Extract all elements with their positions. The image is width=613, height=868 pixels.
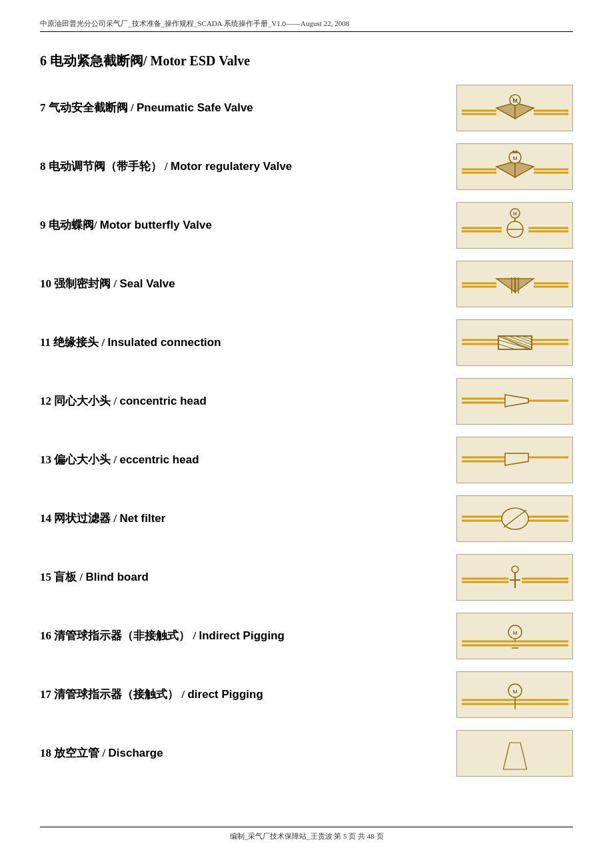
page-footer: 编制_采气厂技术保障站_王贵波 第 5 页 共 48 页 bbox=[40, 827, 573, 848]
symbol-10 bbox=[456, 261, 573, 307]
svg-marker-14 bbox=[496, 161, 515, 177]
svg-point-72 bbox=[512, 566, 518, 573]
page-container: 中原油田普光分公司采气厂_技术准备_操作规程_SCADA 系统操作手册_V1.0… bbox=[0, 0, 613, 868]
symbol-7: M bbox=[456, 85, 573, 131]
symbol-14 bbox=[456, 495, 573, 542]
direct-pigging-icon: M bbox=[462, 676, 568, 713]
item-row-9: 9 电动蝶阀/ Motor butterfly Valve M bbox=[40, 202, 573, 249]
svg-text:M: M bbox=[513, 211, 517, 216]
item-15-label: 15 盲板 / Blind board bbox=[40, 569, 450, 585]
indirect-pigging-icon: M bbox=[462, 617, 568, 655]
svg-marker-36 bbox=[515, 279, 534, 292]
item-11-label: 11 绝缘接头 / Insulated connection bbox=[40, 335, 450, 351]
item-8-label: 8 电动调节阀（带手轮） / Motor regulatery Valve bbox=[40, 159, 450, 175]
svg-text:M: M bbox=[512, 689, 517, 695]
symbol-12 bbox=[456, 378, 573, 425]
blind-board-icon bbox=[462, 559, 568, 596]
symbol-11 bbox=[456, 319, 573, 366]
item-row-17: 17 清管球指示器（接触式） / direct Pigging M bbox=[40, 671, 573, 718]
item-row-8: 8 电动调节阀（带手轮） / Motor regulatery Valve M bbox=[40, 143, 573, 190]
symbol-18 bbox=[456, 730, 573, 777]
item-6-title: 6 电动紧急截断阀/ Motor ESD Valve bbox=[40, 52, 573, 70]
insulated-connection-icon bbox=[462, 324, 568, 361]
svg-marker-15 bbox=[515, 161, 534, 177]
symbol-17: M bbox=[456, 671, 573, 718]
svg-marker-57 bbox=[505, 395, 528, 407]
eccentric-head-icon bbox=[462, 441, 568, 479]
symbol-8: M bbox=[456, 143, 573, 190]
item-row-18: 18 放空立管 / Discharge bbox=[40, 730, 573, 777]
item-row-7: 7 气动安全截断阀 / Pneumatic Safe Valve M bbox=[40, 85, 573, 131]
symbol-15 bbox=[456, 554, 573, 601]
item-row-12: 12 同心大小头 / concentric head bbox=[40, 378, 573, 425]
item-10-label: 10 强制密封阀 / Seal Valve bbox=[40, 276, 450, 292]
item-row-15: 15 盲板 / Blind board bbox=[40, 554, 573, 601]
item-12-label: 12 同心大小头 / concentric head bbox=[40, 393, 450, 409]
concentric-head-icon bbox=[462, 383, 568, 420]
svg-marker-35 bbox=[496, 279, 515, 292]
footer-text: 编制_采气厂技术保障站_王贵波 第 5 页 共 48 页 bbox=[230, 832, 384, 840]
discharge-icon bbox=[462, 735, 568, 772]
net-filter-icon bbox=[462, 500, 568, 537]
item-row-14: 14 网状过滤器 / Net filter bbox=[40, 495, 573, 542]
item-row-16: 16 清管球指示器（非接触式） / Indirect Pigging M bbox=[40, 613, 573, 659]
item-17-label: 17 清管球指示器（接触式） / direct Pigging bbox=[40, 687, 450, 703]
seal-valve-icon bbox=[462, 265, 568, 303]
item-13-label: 13 偏心大小头 / eccentric head bbox=[40, 452, 450, 468]
item-7-label: 7 气动安全截断阀 / Pneumatic Safe Valve bbox=[40, 100, 450, 116]
svg-marker-86 bbox=[503, 743, 526, 769]
symbol-16: M bbox=[456, 613, 573, 659]
item-14-label: 14 网状过滤器 / Net filter bbox=[40, 511, 450, 527]
svg-text:M: M bbox=[512, 155, 517, 161]
symbol-13 bbox=[456, 437, 573, 483]
svg-marker-61 bbox=[505, 453, 528, 465]
motor-reg-valve-icon: M bbox=[462, 148, 568, 185]
page-header: 中原油田普光分公司采气厂_技术准备_操作规程_SCADA 系统操作手册_V1.0… bbox=[40, 0, 573, 32]
item-18-label: 18 放空立管 / Discharge bbox=[40, 745, 450, 761]
item-9-label: 9 电动蝶阀/ Motor butterfly Valve bbox=[40, 217, 450, 233]
item-row-11: 11 绝缘接头 / Insulated connection bbox=[40, 319, 573, 366]
pneumatic-safe-valve-icon: M bbox=[462, 89, 568, 127]
header-text: 中原油田普光分公司采气厂_技术准备_操作规程_SCADA 系统操作手册_V1.0… bbox=[40, 19, 349, 27]
item-row-13: 13 偏心大小头 / eccentric head bbox=[40, 437, 573, 483]
motor-butterfly-valve-icon: M bbox=[462, 207, 568, 244]
symbol-9: M bbox=[456, 202, 573, 249]
svg-text:M: M bbox=[512, 630, 517, 636]
item-row-10: 10 强制密封阀 / Seal Valve bbox=[40, 261, 573, 307]
item-16-label: 16 清管球指示器（非接触式） / Indirect Pigging bbox=[40, 628, 450, 644]
